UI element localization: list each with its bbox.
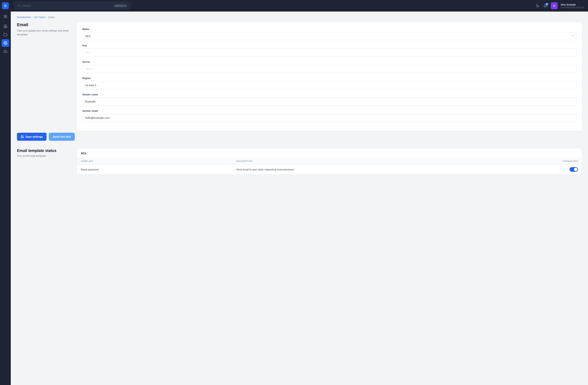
email-template-section: Email template status Turn on/off email … <box>17 149 582 174</box>
search-input[interactable] <box>22 4 112 7</box>
svg-point-0 <box>5 43 6 44</box>
send-test-mail-button[interactable]: Send test mail <box>49 133 75 141</box>
mailer-select[interactable]: SES SMTP Mailgun Postmark <box>82 32 576 40</box>
sender-name-input[interactable] <box>82 98 576 106</box>
breadcrumb-email: EMAIL <box>48 16 55 19</box>
region-group: Region <box>82 77 576 89</box>
notifications-button[interactable]: 0 <box>543 3 548 8</box>
user-email: orn.celestino@ritchie.org <box>561 6 584 8</box>
key-label: Key <box>82 44 576 47</box>
row-description: Send email to user when requesting reset… <box>236 168 547 171</box>
table-row: Reset password Send email to user when r… <box>77 164 582 174</box>
template-section-desc: Turn on/off email template <box>17 154 71 157</box>
table-acl-title: ACL <box>77 149 582 158</box>
svg-point-1 <box>4 50 6 52</box>
secret-group: Secret <box>82 60 576 73</box>
mailer-select-wrapper: SES SMTP Mailgun Postmark <box>82 32 576 40</box>
content-area: DASHBOARD / SETTINGS / EMAIL Email View … <box>11 12 588 385</box>
search-bar[interactable]: ctrl/cmd + k <box>15 2 130 10</box>
row-operations <box>547 167 578 172</box>
sidebar: b <box>0 0 11 385</box>
mailer-label: Mailer <box>82 28 576 31</box>
breadcrumb-settings[interactable]: SETTINGS <box>34 16 45 19</box>
email-settings-card: Mailer SES SMTP Mailgun Postmark <box>77 22 582 131</box>
table-headers: TEMPLATE DESCRIPTION OPERATIONS <box>77 158 582 164</box>
template-table-card: ACL TEMPLATE DESCRIPTION OPERATIONS Rese… <box>77 149 582 174</box>
topbar-actions: 0 O Orie Schmitt orn.celestino@ritchie.o… <box>535 2 584 9</box>
user-info: Orie Schmitt orn.celestino@ritchie.org <box>561 3 584 8</box>
topbar: ctrl/cmd + k 0 O Orie Schmitt orn.celest… <box>11 0 588 12</box>
row-template-name: Reset password <box>81 168 236 171</box>
sender-email-label: Sender email <box>82 109 576 112</box>
secret-label: Secret <box>82 60 576 63</box>
main-container: ctrl/cmd + k 0 O Orie Schmitt orn.celest… <box>11 0 588 385</box>
breadcrumb-sep-2: / <box>46 16 47 19</box>
col-template: TEMPLATE <box>81 160 236 162</box>
email-settings-section: Email View and update your email setting… <box>17 22 582 131</box>
theme-toggle-button[interactable] <box>535 3 540 8</box>
sidebar-item-files[interactable] <box>1 31 9 39</box>
user-name: Orie Schmitt <box>561 3 584 6</box>
hamburger-button[interactable] <box>2 13 9 20</box>
breadcrumb-sep-1: / <box>32 16 33 19</box>
svg-point-2 <box>18 5 20 7</box>
save-icon <box>21 135 24 138</box>
sender-name-label: Sender name <box>82 93 576 96</box>
mailer-group: Mailer SES SMTP Mailgun Postmark <box>82 28 576 40</box>
notification-badge: 0 <box>545 3 548 6</box>
avatar[interactable]: O <box>551 2 558 9</box>
svg-line-3 <box>20 6 20 7</box>
sender-email-input[interactable] <box>82 114 576 122</box>
secret-input[interactable] <box>82 65 576 73</box>
sidebar-item-settings[interactable] <box>1 39 9 47</box>
sender-email-group: Sender email <box>82 109 576 122</box>
form-buttons: Save settings Send test mail <box>17 133 582 141</box>
breadcrumb-dashboard[interactable]: DASHBOARD <box>17 16 31 19</box>
key-group: Key <box>82 44 576 57</box>
sender-name-group: Sender name <box>82 93 576 106</box>
left-panel: Email View and update your email setting… <box>17 22 71 36</box>
save-settings-button[interactable]: Save settings <box>17 133 46 141</box>
sidebar-item-users[interactable] <box>1 48 9 55</box>
page-title: Email <box>17 22 71 27</box>
search-shortcut: ctrl/cmd + k <box>114 4 127 7</box>
template-toggle[interactable] <box>569 167 578 172</box>
key-input[interactable] <box>82 48 576 57</box>
page-description: View and update your email settings and … <box>17 29 71 36</box>
col-operations: OPERATIONS <box>547 160 578 162</box>
template-left-panel: Email template status Turn on/off email … <box>17 149 71 157</box>
sidebar-item-home[interactable] <box>1 22 9 30</box>
col-description: DESCRIPTION <box>236 160 547 162</box>
template-section-title: Email template status <box>17 149 71 153</box>
region-label: Region <box>82 77 576 80</box>
search-icon <box>18 4 21 7</box>
app-logo[interactable]: b <box>2 2 9 9</box>
region-input[interactable] <box>82 81 576 89</box>
breadcrumb: DASHBOARD / SETTINGS / EMAIL <box>17 16 582 19</box>
